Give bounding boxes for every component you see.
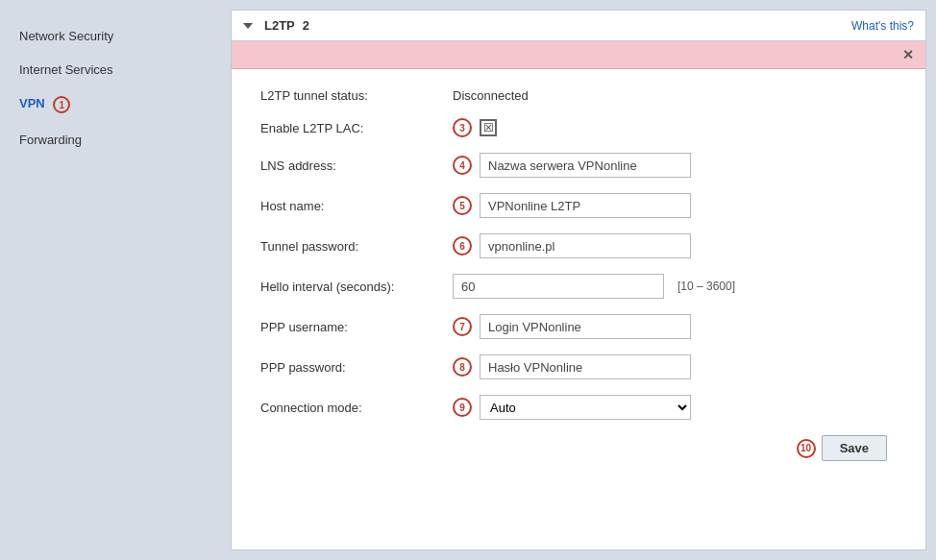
hello-row: Hello interval (seconds): [10 – 3600] xyxy=(260,274,897,299)
sidebar-item-internet-services[interactable]: Internet Services xyxy=(0,53,231,86)
ppp-user-label: PPP username: xyxy=(260,320,453,334)
lns-row: LNS address: 4 xyxy=(260,153,897,178)
tunnel-pass-input[interactable] xyxy=(480,233,691,258)
sidebar: Network Security Internet Services VPN 1… xyxy=(0,0,231,560)
hello-label: Hello interval (seconds): xyxy=(260,280,453,294)
whats-this-link[interactable]: What's this? xyxy=(851,19,914,33)
save-button-wrap: 10 Save xyxy=(797,435,887,461)
sidebar-item-label: Forwarding xyxy=(19,133,82,147)
hello-control: [10 – 3600] xyxy=(453,274,735,299)
collapse-icon[interactable] xyxy=(243,23,253,29)
host-label: Host name: xyxy=(260,199,453,213)
ppp-user-badge: 7 xyxy=(453,317,472,336)
conn-mode-control: 9 Auto Manual On Demand xyxy=(453,395,691,420)
tunnel-pass-control: 6 xyxy=(453,233,691,258)
tunnel-pass-badge: 6 xyxy=(453,236,472,256)
enable-lac-control: 3 ☒ xyxy=(453,118,497,137)
host-control: 5 xyxy=(453,193,691,218)
host-badge: 5 xyxy=(453,196,472,215)
lns-input[interactable] xyxy=(480,153,691,178)
lns-label: LNS address: xyxy=(260,158,453,173)
section-badge: 2 xyxy=(303,18,309,33)
sidebar-item-vpn[interactable]: VPN 1 xyxy=(0,86,231,123)
ppp-pass-badge: 8 xyxy=(453,357,472,377)
lns-badge: 4 xyxy=(453,156,472,175)
ppp-user-row: PPP username: 7 xyxy=(260,314,897,339)
ppp-pass-row: PPP password: 8 xyxy=(260,354,897,379)
sidebar-item-label: Internet Services xyxy=(19,62,113,77)
tunnel-status-label: L2TP tunnel status: xyxy=(260,88,453,103)
lns-control: 4 xyxy=(453,153,691,178)
notification-bar: ✕ xyxy=(232,41,925,69)
enable-lac-badge: 3 xyxy=(453,118,472,137)
enable-lac-label: Enable L2TP LAC: xyxy=(260,121,453,135)
tunnel-pass-label: Tunnel password: xyxy=(260,239,453,254)
section-header: L2TP 2 What's this? xyxy=(232,11,925,41)
sidebar-item-label: Network Security xyxy=(19,29,113,43)
close-icon[interactable]: ✕ xyxy=(902,47,914,62)
conn-mode-label: Connection mode: xyxy=(260,401,453,415)
ppp-user-input[interactable] xyxy=(480,314,691,339)
host-input[interactable] xyxy=(480,193,691,218)
conn-mode-row: Connection mode: 9 Auto Manual On Demand xyxy=(260,395,897,420)
main-panel: L2TP 2 What's this? ✕ L2TP tunnel status… xyxy=(231,10,926,550)
sidebar-item-network-security[interactable]: Network Security xyxy=(0,19,231,53)
section-title-text: L2TP xyxy=(264,18,295,33)
save-button[interactable]: Save xyxy=(822,435,887,461)
hello-input[interactable] xyxy=(453,274,664,299)
tunnel-status-row: L2TP tunnel status: Disconnected xyxy=(260,88,897,103)
form-area: L2TP tunnel status: Disconnected Enable … xyxy=(232,69,925,480)
enable-lac-checkbox[interactable]: ☒ xyxy=(480,119,497,136)
tunnel-status-value-wrap: Disconnected xyxy=(453,88,529,103)
tunnel-pass-row: Tunnel password: 6 xyxy=(260,233,897,258)
conn-mode-badge: 9 xyxy=(453,398,472,417)
enable-lac-row: Enable L2TP LAC: 3 ☒ xyxy=(260,118,897,137)
section-title: L2TP 2 xyxy=(243,18,309,33)
conn-mode-select[interactable]: Auto Manual On Demand xyxy=(480,395,691,420)
ppp-user-control: 7 xyxy=(453,314,691,339)
vpn-badge: 1 xyxy=(53,96,70,113)
host-row: Host name: 5 xyxy=(260,193,897,218)
ppp-pass-label: PPP password: xyxy=(260,360,453,375)
hello-range: [10 – 3600] xyxy=(677,280,735,293)
ppp-pass-input[interactable] xyxy=(480,354,691,379)
save-badge: 10 xyxy=(797,439,816,458)
ppp-pass-control: 8 xyxy=(453,354,691,379)
tunnel-status-value: Disconnected xyxy=(453,88,529,103)
sidebar-item-forwarding[interactable]: Forwarding xyxy=(0,123,231,157)
sidebar-item-label: VPN xyxy=(19,96,45,110)
save-row: 10 Save xyxy=(260,435,897,461)
